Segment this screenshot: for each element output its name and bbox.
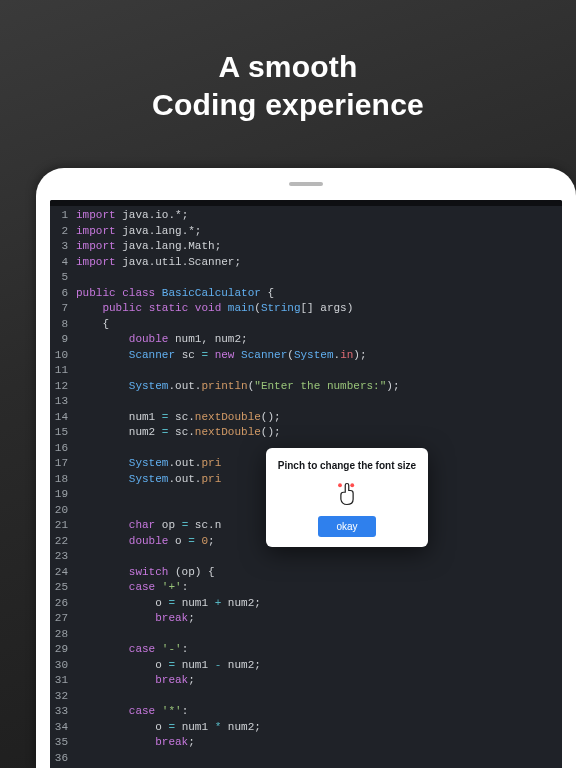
line-number: 35 [50, 735, 76, 751]
code-text[interactable]: o = num1 * num2; [76, 720, 261, 736]
line-number: 10 [50, 348, 76, 364]
code-line[interactable]: 14 num1 = sc.nextDouble(); [50, 410, 562, 426]
headline: A smooth Coding experience [0, 0, 576, 163]
line-number: 21 [50, 518, 76, 534]
code-line[interactable]: 26 o = num1 + num2; [50, 596, 562, 612]
code-line[interactable]: 8 { [50, 317, 562, 333]
headline-line2: Coding experience [0, 86, 576, 124]
line-number: 33 [50, 704, 76, 720]
code-line[interactable]: 2import java.lang.*; [50, 224, 562, 240]
code-text[interactable]: break; [76, 735, 195, 751]
line-number: 28 [50, 627, 76, 643]
code-text[interactable]: import java.lang.*; [76, 224, 201, 240]
line-number: 13 [50, 394, 76, 410]
line-number: 34 [50, 720, 76, 736]
code-line[interactable]: 4import java.util.Scanner; [50, 255, 562, 271]
code-text[interactable]: break; [76, 673, 195, 689]
line-number: 20 [50, 503, 76, 519]
code-text[interactable]: switch (op) { [76, 565, 215, 581]
code-text[interactable]: case '*': [76, 704, 188, 720]
line-number: 12 [50, 379, 76, 395]
code-line[interactable]: 3import java.lang.Math; [50, 239, 562, 255]
code-text[interactable]: case '-': [76, 642, 188, 658]
code-line[interactable]: 29 case '-': [50, 642, 562, 658]
code-text[interactable]: break; [76, 611, 195, 627]
code-line[interactable]: 7 public static void main(String[] args) [50, 301, 562, 317]
line-number: 4 [50, 255, 76, 271]
code-line[interactable]: 10 Scanner sc = new Scanner(System.in); [50, 348, 562, 364]
tooltip-title: Pinch to change the font size [276, 458, 418, 474]
pinch-hand-icon [333, 480, 361, 508]
line-number: 23 [50, 549, 76, 565]
code-line[interactable]: 35 break; [50, 735, 562, 751]
line-number: 5 [50, 270, 76, 286]
code-line[interactable]: 34 o = num1 * num2; [50, 720, 562, 736]
code-line[interactable]: 28 [50, 627, 562, 643]
headline-line1: A smooth [0, 48, 576, 86]
code-line[interactable]: 32 [50, 689, 562, 705]
hint-tooltip: Pinch to change the font size okay [266, 448, 428, 547]
code-line[interactable]: 12 System.out.println("Enter the numbers… [50, 379, 562, 395]
line-number: 9 [50, 332, 76, 348]
code-line[interactable]: 5 [50, 270, 562, 286]
code-line[interactable]: 15 num2 = sc.nextDouble(); [50, 425, 562, 441]
line-number: 32 [50, 689, 76, 705]
code-line[interactable]: 25 case '+': [50, 580, 562, 596]
code-line[interactable]: 11 [50, 363, 562, 379]
code-line[interactable]: 36 [50, 751, 562, 767]
code-text[interactable]: o = num1 - num2; [76, 658, 261, 674]
line-number: 26 [50, 596, 76, 612]
code-line[interactable]: 31 break; [50, 673, 562, 689]
code-line[interactable]: 9 double num1, num2; [50, 332, 562, 348]
line-number: 24 [50, 565, 76, 581]
code-text[interactable]: Scanner sc = new Scanner(System.in); [76, 348, 367, 364]
code-text[interactable]: num2 = sc.nextDouble(); [76, 425, 281, 441]
line-number: 14 [50, 410, 76, 426]
svg-point-1 [350, 483, 354, 487]
tooltip-ok-button[interactable]: okay [318, 516, 375, 537]
code-text[interactable]: num1 = sc.nextDouble(); [76, 410, 281, 426]
code-text[interactable]: import java.util.Scanner; [76, 255, 241, 271]
code-text[interactable]: o = num1 + num2; [76, 596, 261, 612]
code-line[interactable]: 1import java.io.*; [50, 208, 562, 224]
line-number: 16 [50, 441, 76, 457]
svg-point-0 [338, 483, 342, 487]
line-number: 30 [50, 658, 76, 674]
device-frame: 1import java.io.*;2import java.lang.*;3i… [36, 168, 576, 768]
line-number: 8 [50, 317, 76, 333]
code-text[interactable]: import java.io.*; [76, 208, 188, 224]
code-line[interactable]: 23 [50, 549, 562, 565]
line-number: 2 [50, 224, 76, 240]
code-text[interactable]: System.out.println("Enter the numbers:")… [76, 379, 400, 395]
line-number: 27 [50, 611, 76, 627]
code-line[interactable]: 33 case '*': [50, 704, 562, 720]
editor-topbar [50, 200, 562, 206]
line-number: 3 [50, 239, 76, 255]
line-number: 6 [50, 286, 76, 302]
code-editor[interactable]: 1import java.io.*;2import java.lang.*;3i… [50, 200, 562, 768]
code-text[interactable]: double o = 0; [76, 534, 215, 550]
code-text[interactable]: char op = sc.n [76, 518, 221, 534]
code-text[interactable]: public static void main(String[] args) [76, 301, 353, 317]
code-text[interactable]: System.out.pri [76, 472, 221, 488]
code-line[interactable]: 6public class BasicCalculator { [50, 286, 562, 302]
code-text[interactable]: System.out.pri [76, 456, 221, 472]
line-number: 19 [50, 487, 76, 503]
line-number: 7 [50, 301, 76, 317]
code-text[interactable]: double num1, num2; [76, 332, 248, 348]
code-text[interactable]: public class BasicCalculator { [76, 286, 274, 302]
code-line[interactable]: 27 break; [50, 611, 562, 627]
line-number: 11 [50, 363, 76, 379]
line-number: 36 [50, 751, 76, 767]
line-number: 22 [50, 534, 76, 550]
code-line[interactable]: 30 o = num1 - num2; [50, 658, 562, 674]
drag-handle[interactable] [289, 182, 323, 186]
line-number: 1 [50, 208, 76, 224]
line-number: 31 [50, 673, 76, 689]
code-line[interactable]: 24 switch (op) { [50, 565, 562, 581]
code-line[interactable]: 13 [50, 394, 562, 410]
code-text[interactable]: case '+': [76, 580, 188, 596]
line-number: 17 [50, 456, 76, 472]
code-text[interactable]: import java.lang.Math; [76, 239, 221, 255]
code-text[interactable]: { [76, 317, 109, 333]
